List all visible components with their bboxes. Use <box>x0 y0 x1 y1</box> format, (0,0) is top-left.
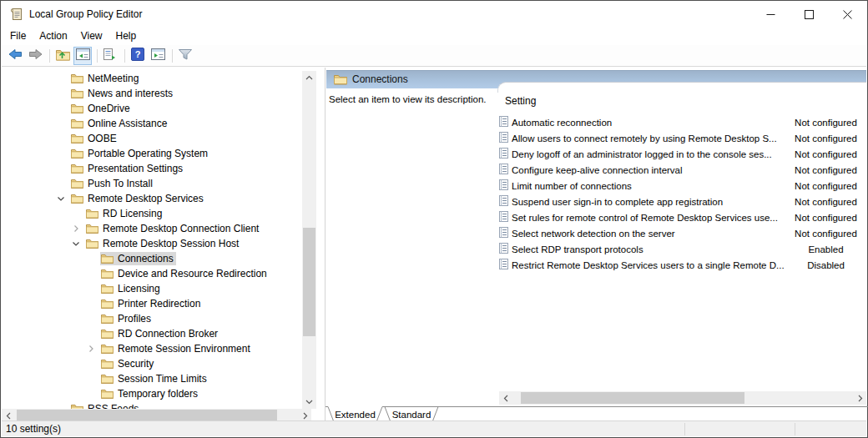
toolbar-forward-button[interactable] <box>26 47 44 65</box>
setting-row[interactable]: Set rules for remote control of Remote D… <box>497 209 866 225</box>
scroll-thumb[interactable] <box>521 392 744 404</box>
setting-row[interactable]: Restrict Remote Desktop Services users t… <box>497 257 866 273</box>
tree-item-label: Remote Desktop Connection Client <box>103 223 259 234</box>
details-pane-title: Connections <box>352 71 408 88</box>
setting-row[interactable]: Select network detection on the serverNo… <box>497 225 866 241</box>
tree-item[interactable]: News and interests <box>2 86 302 101</box>
chevron-right-icon[interactable] <box>69 222 83 235</box>
statusbar-divider <box>684 423 685 435</box>
chevron-down-icon[interactable] <box>69 237 83 250</box>
tree-item[interactable]: Security <box>2 356 302 371</box>
tree-item[interactable]: Session Time Limits <box>2 371 302 386</box>
maximize-button[interactable] <box>790 2 828 27</box>
toolbar-separator <box>97 49 98 63</box>
menu-item-help[interactable]: Help <box>114 27 139 45</box>
policy-tree: NetMeetingNews and interestsOneDriveOnli… <box>2 71 302 420</box>
tree-item-label: NetMeeting <box>88 73 139 84</box>
setting-row[interactable]: Select RDP transport protocolsEnabled <box>497 241 866 257</box>
tree-item[interactable]: OOBE <box>2 131 302 146</box>
tree-item[interactable]: Remote Desktop Services <box>2 191 302 206</box>
folder-icon <box>71 103 83 113</box>
menu-item-file[interactable]: File <box>8 27 28 45</box>
policy-setting-icon <box>499 243 508 256</box>
tree-item[interactable]: Remote Session Environment <box>2 341 302 356</box>
up-folder-icon <box>56 48 70 63</box>
setting-row[interactable]: Suspend user sign-in to complete app reg… <box>497 194 866 209</box>
folder-icon <box>71 73 83 83</box>
setting-state: Not configured <box>785 229 866 239</box>
setting-name: Select RDP transport protocols <box>512 244 785 254</box>
toolbar-back-button[interactable] <box>6 47 24 65</box>
list-column-headers: Setting State <box>497 93 866 109</box>
setting-row[interactable]: Limit number of connectionsNot configure… <box>497 178 866 194</box>
folder-icon <box>101 344 114 354</box>
scroll-down-arrow[interactable] <box>302 395 316 409</box>
tree-item-label: Remote Session Environment <box>118 343 250 355</box>
tree-item[interactable]: Temporary folders <box>2 386 302 401</box>
window-title: Local Group Policy Editor <box>29 2 142 27</box>
close-button[interactable] <box>828 2 866 27</box>
chevron-right-icon[interactable] <box>84 342 98 355</box>
tree-item-label: Printer Redirection <box>118 298 200 310</box>
tree-item-label: RD Connection Broker <box>118 328 218 340</box>
tree-item-label: Push To Install <box>88 178 153 189</box>
tree-item[interactable]: RD Licensing <box>2 206 302 221</box>
tree-vertical-scrollbar[interactable] <box>302 71 316 409</box>
tree-item[interactable]: Push To Install <box>2 176 302 191</box>
minimize-button[interactable] <box>751 2 790 27</box>
tree-item[interactable]: Presentation Settings <box>2 161 302 176</box>
chevron-placeholder <box>84 252 98 265</box>
toolbar-up-folder-button[interactable] <box>53 47 72 65</box>
tree-item[interactable]: Profiles <box>2 311 302 326</box>
folder-icon <box>101 284 114 294</box>
titlebar: Local Group Policy Editor <box>2 2 866 27</box>
svg-text:?: ? <box>135 49 141 59</box>
toolbar-action-pane-button[interactable] <box>149 47 167 65</box>
list-horizontal-scrollbar[interactable] <box>499 391 866 405</box>
menu-item-action[interactable]: Action <box>38 27 68 45</box>
setting-state: Not configured <box>785 149 866 159</box>
scroll-up-arrow[interactable] <box>302 71 316 85</box>
setting-row[interactable]: Allow users to connect remotely by using… <box>497 130 866 146</box>
tab-standard-label[interactable]: Standard <box>392 410 431 420</box>
tree-item[interactable]: RD Connection Broker <box>2 326 302 341</box>
tree-item-label: Portable Operating System <box>88 148 208 159</box>
toolbar-filter-button[interactable] <box>176 47 194 65</box>
policy-setting-icon <box>499 116 508 129</box>
setting-state: Disabled <box>785 260 866 270</box>
setting-row[interactable]: Configure keep-alive connection interval… <box>497 162 866 178</box>
tab-extended-label[interactable]: Extended <box>335 410 376 420</box>
scroll-left-arrow[interactable] <box>499 391 512 405</box>
description-text: Select an item to view its description. <box>329 94 504 104</box>
toolbar-help-button[interactable]: ? <box>129 47 147 65</box>
scroll-thumb[interactable] <box>17 410 277 421</box>
column-header-setting[interactable]: Setting <box>505 93 536 109</box>
tree-item[interactable]: Remote Desktop Session Host <box>2 236 302 251</box>
chevron-down-icon[interactable] <box>54 192 68 205</box>
setting-row[interactable]: Automatic reconnectionNot configured <box>497 114 866 130</box>
tree-item-label: Online Assistance <box>88 118 167 129</box>
tree-item[interactable]: Portable Operating System <box>2 146 302 161</box>
scroll-thumb[interactable] <box>303 228 315 336</box>
toolbar-export-list-button[interactable] <box>101 47 119 65</box>
folder-icon <box>71 88 83 98</box>
setting-row[interactable]: Deny logoff of an administrator logged i… <box>497 146 866 162</box>
menu-item-view[interactable]: View <box>79 27 104 45</box>
tree-item[interactable]: Connections <box>2 251 302 266</box>
statusbar-divider <box>795 423 795 435</box>
tree-item[interactable]: Printer Redirection <box>2 296 302 311</box>
chevron-placeholder <box>84 312 98 325</box>
toolbar-console-tree-button[interactable] <box>73 47 92 65</box>
tree-item[interactable]: Remote Desktop Connection Client <box>2 221 302 236</box>
tree-item[interactable]: Device and Resource Redirection <box>2 266 302 281</box>
folder-icon <box>71 118 83 128</box>
tree-item[interactable]: NetMeeting <box>2 71 302 86</box>
tree-item[interactable]: Online Assistance <box>2 116 302 131</box>
folder-icon <box>71 133 83 143</box>
scroll-right-arrow[interactable] <box>853 391 866 405</box>
tree-item-label: Temporary folders <box>118 388 198 400</box>
tree-item[interactable]: OneDrive <box>2 101 302 116</box>
tree-item-label: Connections <box>118 253 174 264</box>
tree-item-label: RD Licensing <box>103 208 162 219</box>
tree-item[interactable]: Licensing <box>2 281 302 296</box>
